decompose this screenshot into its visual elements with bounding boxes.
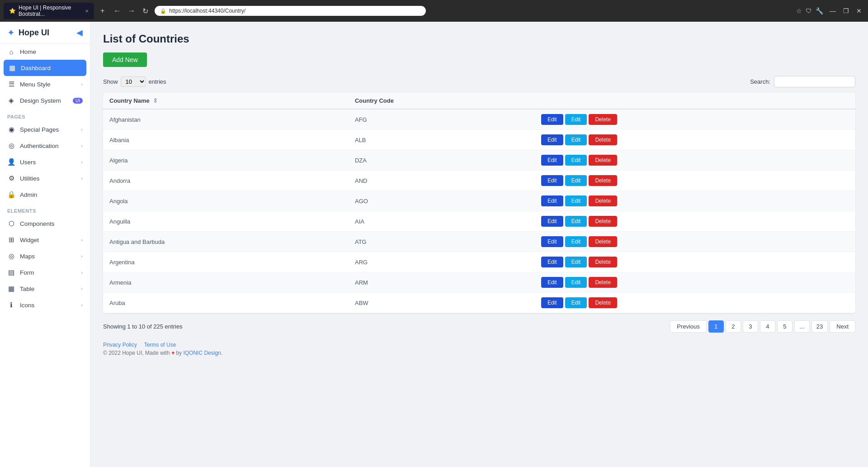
icons-icon: ℹ <box>7 301 15 309</box>
sidebar-item-components[interactable]: ⬡ Components <box>0 215 90 232</box>
browser-tab-active[interactable]: ⭐ Hope UI | Responsive Bootstrat... ✕ <box>4 3 94 19</box>
actions-cell: EditEditDelete <box>535 252 855 272</box>
page-4-btn[interactable]: 4 <box>760 320 775 333</box>
refresh-btn[interactable]: ↻ <box>140 6 151 16</box>
pages-section-label: Pages <box>0 109 90 121</box>
country-code-cell: ARG <box>349 252 535 272</box>
sidebar-special-pages-label: Special Pages <box>20 126 59 133</box>
edit-button-1[interactable]: Edit <box>541 277 563 288</box>
company-link[interactable]: IQONIC Design. <box>183 350 222 356</box>
terms-of-use-link[interactable]: Terms of Use <box>144 342 176 348</box>
sidebar-authentication-label: Authentication <box>20 143 59 149</box>
privacy-policy-link[interactable]: Privacy Policy <box>103 342 137 348</box>
sidebar-item-authentication[interactable]: ◎ Authentication › <box>0 138 90 154</box>
special-pages-chevron-icon: › <box>81 127 83 132</box>
sidebar-item-users[interactable]: 👤 Users › <box>0 154 90 170</box>
edit-button-1[interactable]: Edit <box>541 134 563 145</box>
edit-button-2[interactable]: Edit <box>565 257 587 267</box>
page-5-btn[interactable]: 5 <box>777 320 793 333</box>
search-label: Search: <box>750 78 770 85</box>
sidebar-maps-label: Maps <box>20 253 35 260</box>
country-code-cell: AGO <box>349 191 535 211</box>
sidebar-item-dashboard[interactable]: ▦ Dashboard <box>4 60 86 76</box>
entries-label: entries <box>149 78 166 85</box>
edit-button-2[interactable]: Edit <box>565 216 587 227</box>
sidebar-item-utilities[interactable]: ⚙ Utilities › <box>0 170 90 186</box>
widget-icon: ⊞ <box>7 236 15 244</box>
sidebar-item-table[interactable]: ▦ Table › <box>0 281 90 297</box>
edit-button-2[interactable]: Edit <box>565 134 587 145</box>
col-header-name[interactable]: Country Name ⇕ <box>103 93 349 109</box>
sidebar-item-menu-style[interactable]: ☰ Menu Style › <box>0 76 90 92</box>
tools-btn[interactable]: 🔧 <box>816 7 823 14</box>
edit-button-1[interactable]: Edit <box>541 216 563 227</box>
special-pages-icon: ◉ <box>7 125 15 133</box>
sidebar-item-home[interactable]: ⌂ Home <box>0 44 90 60</box>
edit-button-1[interactable]: Edit <box>541 257 563 267</box>
actions-cell: EditEditDelete <box>535 211 855 232</box>
page-23-btn[interactable]: 23 <box>811 320 828 333</box>
back-btn[interactable]: ← <box>111 6 123 16</box>
edit-button-1[interactable]: Edit <box>541 236 563 247</box>
sidebar-item-form[interactable]: ▤ Form › <box>0 264 90 281</box>
delete-button[interactable]: Delete <box>589 195 617 206</box>
edit-button-1[interactable]: Edit <box>541 195 563 206</box>
edit-button-1[interactable]: Edit <box>541 175 563 186</box>
edit-button-2[interactable]: Edit <box>565 297 587 308</box>
minimize-btn[interactable]: — <box>827 7 839 14</box>
menu-style-chevron-icon: › <box>81 81 83 87</box>
delete-button[interactable]: Delete <box>589 277 617 288</box>
delete-button[interactable]: Delete <box>589 155 617 166</box>
country-name-cell: Afghanistan <box>103 109 349 130</box>
restore-btn[interactable]: ❐ <box>840 7 852 14</box>
edit-button-1[interactable]: Edit <box>541 114 563 125</box>
edit-button-2[interactable]: Edit <box>565 114 587 125</box>
edit-button-2[interactable]: Edit <box>565 175 587 186</box>
show-label: Show <box>103 78 118 85</box>
edit-button-2[interactable]: Edit <box>565 195 587 206</box>
col-header-actions <box>535 93 855 109</box>
delete-button[interactable]: Delete <box>589 175 617 186</box>
sidebar-utilities-label: Utilities <box>20 175 40 182</box>
sidebar-back-btn[interactable]: ◀ <box>76 28 83 38</box>
page-3-btn[interactable]: 3 <box>743 320 758 333</box>
delete-button[interactable]: Delete <box>589 297 617 308</box>
sidebar-item-icons[interactable]: ℹ Icons › <box>0 297 90 313</box>
sidebar-item-special-pages[interactable]: ◉ Special Pages › <box>0 121 90 138</box>
next-btn[interactable]: Next <box>830 320 855 333</box>
shield-btn[interactable]: 🛡 <box>806 7 812 14</box>
new-tab-btn[interactable]: + <box>98 6 107 16</box>
address-bar[interactable]: 🔒 https://localhost:44340/Country/ <box>155 6 426 16</box>
country-code-cell: ABW <box>349 293 535 313</box>
sort-icon: ⇕ <box>153 97 158 104</box>
sidebar-item-widget[interactable]: ⊞ Widget › <box>0 232 90 248</box>
delete-button[interactable]: Delete <box>589 236 617 247</box>
search-input[interactable] <box>774 76 855 87</box>
sidebar-item-admin[interactable]: 🔒 Admin <box>0 186 90 203</box>
forward-btn[interactable]: → <box>125 6 138 16</box>
edit-button-2[interactable]: Edit <box>565 155 587 166</box>
edit-button-2[interactable]: Edit <box>565 277 587 288</box>
delete-button[interactable]: Delete <box>589 114 617 125</box>
actions-cell: EditEditDelete <box>535 150 855 171</box>
lock-icon: 🔒 <box>160 8 166 14</box>
add-new-button[interactable]: Add New <box>103 52 147 67</box>
delete-button[interactable]: Delete <box>589 257 617 267</box>
close-btn[interactable]: ✕ <box>854 7 864 14</box>
delete-button[interactable]: Delete <box>589 134 617 145</box>
tab-close-btn[interactable]: ✕ <box>85 9 89 14</box>
sidebar-item-maps[interactable]: ◎ Maps › <box>0 248 90 264</box>
sidebar-item-design-system[interactable]: ◈ Design System UI <box>0 92 90 109</box>
edit-button-1[interactable]: Edit <box>541 155 563 166</box>
sidebar-users-label: Users <box>20 159 36 166</box>
edit-button-2[interactable]: Edit <box>565 236 587 247</box>
window-controls: — ❐ ✕ <box>827 7 864 14</box>
edit-button-1[interactable]: Edit <box>541 297 563 308</box>
bookmark-btn[interactable]: ☆ <box>796 7 802 14</box>
previous-btn[interactable]: Previous <box>670 320 707 333</box>
delete-button[interactable]: Delete <box>589 216 617 227</box>
country-name-cell: Algeria <box>103 150 349 171</box>
page-1-btn[interactable]: 1 <box>708 320 724 333</box>
entries-select[interactable]: 10 25 50 100 <box>121 76 146 87</box>
page-2-btn[interactable]: 2 <box>726 320 741 333</box>
